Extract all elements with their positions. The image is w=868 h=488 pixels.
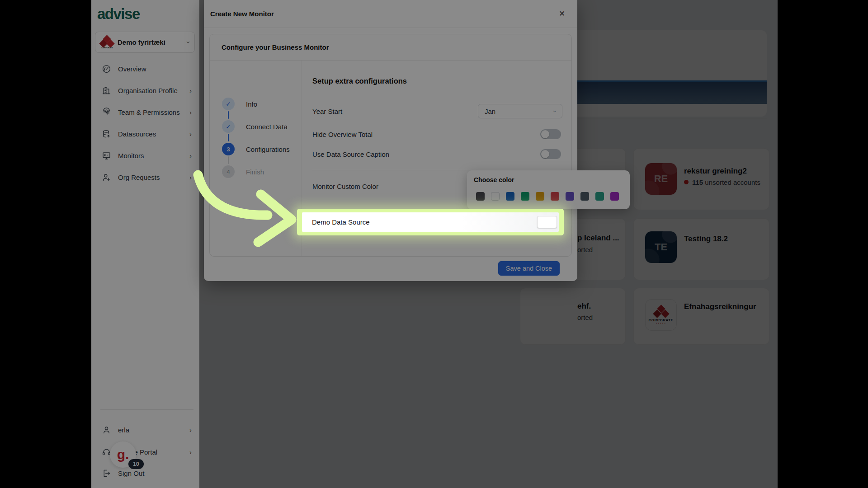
dim-overlay bbox=[0, 0, 868, 488]
highlight-frame: Demo Data Source bbox=[297, 209, 564, 235]
demo-data-source-label: Demo Data Source bbox=[312, 218, 370, 226]
demo-data-source-row[interactable]: Demo Data Source bbox=[302, 212, 559, 232]
screenshot-root: advise CORPORATE Demo fyrirtæki › Overvi… bbox=[0, 0, 868, 488]
row-color-button[interactable] bbox=[537, 216, 557, 228]
